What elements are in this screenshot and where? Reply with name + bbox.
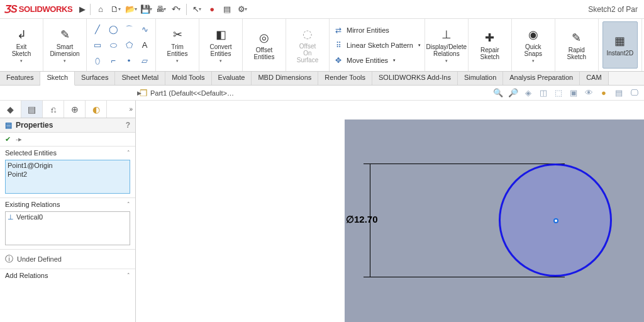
- graphics-area[interactable]: ∅12.70: [136, 101, 644, 322]
- property-manager-panel: ◆ ▤ ⎌ ⊕ ◐ » ▤ Properties ? ✔ -▸ Selected…: [0, 101, 136, 322]
- chevron-up-icon: ˄: [127, 201, 130, 208]
- tab-mbd-dimensions[interactable]: MBD Dimensions: [252, 72, 318, 85]
- tab-analysis-preparation[interactable]: Analysis Preparation: [503, 72, 580, 85]
- polygon-tool-icon[interactable]: ⬠: [122, 38, 136, 52]
- property-title: Properties: [16, 121, 53, 130]
- plane-tool-icon[interactable]: ▱: [138, 54, 152, 68]
- linear-pattern-button[interactable]: ⠿Linear Sketch Pattern▾: [333, 38, 421, 52]
- feature-manager-tab[interactable]: ◆: [0, 101, 21, 118]
- tab-surfaces[interactable]: Surfaces: [75, 72, 115, 85]
- trim-entities-button[interactable]: ✂TrimEntities▾: [160, 21, 195, 69]
- fillet-tool-icon[interactable]: ⌐: [106, 54, 120, 68]
- model-face[interactable]: ∅12.70: [345, 119, 644, 322]
- add-relations-header[interactable]: Add Relations˄: [0, 269, 135, 280]
- quick-snaps-button[interactable]: ◉QuickSnaps▾: [516, 21, 551, 69]
- snap-icon: ◉: [526, 27, 541, 42]
- linear-pattern-icon: ⠿: [333, 40, 343, 50]
- view-settings-icon[interactable]: 🖵: [628, 87, 640, 99]
- rectangle-tool-icon[interactable]: ▭: [91, 38, 104, 52]
- undo-icon[interactable]: ↶▾: [170, 3, 182, 16]
- display-manager-tab[interactable]: ◐: [86, 101, 107, 118]
- property-header-icon: ▤: [5, 121, 12, 130]
- text-tool-icon[interactable]: A: [138, 38, 152, 52]
- apply-scene-icon[interactable]: ▤: [613, 87, 625, 99]
- pin-button[interactable]: -▸: [16, 135, 22, 143]
- ok-button[interactable]: ✔: [5, 135, 11, 143]
- rapid-sketch-button[interactable]: ✎RapidSketch: [559, 21, 594, 69]
- exit-sketch-button[interactable]: ↲ExitSketch▾: [4, 21, 39, 69]
- line-tool-icon[interactable]: ╱: [91, 23, 104, 36]
- panel-overflow-icon[interactable]: »: [107, 101, 135, 118]
- selected-entities-list[interactable]: Point1@OriginPoint2: [5, 160, 130, 194]
- mirror-icon: ⇄: [333, 25, 343, 35]
- zoom-area-icon[interactable]: 🔎: [507, 87, 519, 99]
- home-icon[interactable]: ⌂: [94, 3, 107, 16]
- expand-menu-icon[interactable]: ▶: [76, 3, 89, 16]
- circle-tool-icon[interactable]: ◯: [106, 23, 120, 36]
- tab-solidworks-add-ins[interactable]: SOLIDWORKS Add-Ins: [372, 72, 458, 85]
- circle-center-point[interactable]: [553, 218, 558, 223]
- convert-entities-button[interactable]: ◧ConvertEntities▾: [203, 21, 238, 69]
- chevron-up-icon: ˄: [127, 150, 130, 156]
- tab-evaluate[interactable]: Evaluate: [212, 72, 252, 85]
- breadcrumb-text[interactable]: Part1 (Default<<Default>…: [150, 89, 234, 97]
- print-icon[interactable]: 🖶▾: [155, 3, 167, 16]
- title-bar: ƷS SOLIDWORKS ▶ ⌂ 🗋▾ 📂▾ 💾▾ 🖶▾ ↶▾ ↖▾ ● ▤ …: [0, 0, 644, 19]
- tab-simulation[interactable]: Simulation: [458, 72, 503, 85]
- repair-sketch-button[interactable]: ✚RepairSketch: [472, 21, 508, 69]
- display-style-icon[interactable]: ▣: [567, 87, 580, 99]
- options-gear-icon[interactable]: ⚙▾: [236, 3, 248, 16]
- offset-entities-button[interactable]: ◎OffsetEntities: [247, 21, 282, 69]
- tab-mold-tools[interactable]: Mold Tools: [165, 72, 211, 85]
- slot-tool-icon[interactable]: ⬭: [106, 38, 120, 52]
- tab-cam[interactable]: CAM: [580, 72, 608, 85]
- arc-tool-icon[interactable]: ⌒: [122, 23, 136, 36]
- view-orientation-icon[interactable]: ⬚: [552, 87, 565, 99]
- breadcrumb-arrow-icon[interactable]: ▶: [137, 90, 142, 96]
- edit-appearance-icon[interactable]: ●: [597, 87, 610, 99]
- tab-features[interactable]: Features: [0, 72, 40, 85]
- trim-icon: ✂: [170, 27, 185, 42]
- existing-relations-list[interactable]: ⊥Vertical0: [5, 211, 130, 245]
- move-entities-button[interactable]: ✥Move Entities▾: [333, 53, 421, 67]
- definition-status: ⓘ Under Defined: [0, 249, 135, 269]
- status-text: Under Defined: [17, 255, 62, 263]
- info-icon: ⓘ: [5, 253, 13, 265]
- ds-logo-icon: ƷS: [4, 3, 18, 15]
- repair-icon: ✚: [482, 30, 497, 45]
- mirror-entities-button[interactable]: ⇄Mirror Entities: [333, 23, 421, 37]
- list-item[interactable]: ⊥Vertical0: [8, 213, 128, 222]
- list-item[interactable]: Point2: [8, 170, 128, 179]
- spline-tool-icon[interactable]: ∿: [138, 23, 152, 36]
- offset-on-surface-button: ◌OffsetOnSurface: [290, 21, 325, 69]
- dimension-label[interactable]: ∅12.70: [346, 214, 378, 225]
- selected-entities-header[interactable]: Selected Entities˄: [0, 146, 135, 158]
- ellipse-tool-icon[interactable]: ⬯: [91, 54, 104, 68]
- instant2d-button[interactable]: ▦Instant2D: [602, 21, 638, 69]
- tab-sheet-metal[interactable]: Sheet Metal: [115, 72, 165, 85]
- tab-render-tools[interactable]: Render Tools: [318, 72, 372, 85]
- zoom-fit-icon[interactable]: 🔍: [492, 87, 504, 99]
- smart-dimension-button[interactable]: ✎SmartDimension▾: [47, 21, 82, 69]
- section-view-icon[interactable]: ◫: [537, 87, 550, 99]
- save-icon[interactable]: 💾▾: [140, 3, 152, 16]
- dimxpert-manager-tab[interactable]: ⊕: [64, 101, 86, 118]
- options-list-icon[interactable]: ▤: [221, 3, 233, 16]
- previous-view-icon[interactable]: ◈: [522, 87, 535, 99]
- list-item[interactable]: Point1@Origin: [8, 162, 128, 170]
- confirmation-bar: ✔ -▸: [0, 133, 135, 146]
- hide-show-icon[interactable]: 👁: [582, 87, 595, 99]
- rebuild-icon[interactable]: ●: [206, 3, 218, 16]
- point-tool-icon[interactable]: •: [122, 54, 136, 68]
- configuration-manager-tab[interactable]: ⎌: [43, 101, 64, 118]
- instant2d-icon: ▦: [613, 33, 628, 48]
- new-file-icon[interactable]: 🗋▾: [109, 3, 122, 16]
- open-file-icon[interactable]: 📂▾: [125, 3, 137, 16]
- property-manager-tab[interactable]: ▤: [21, 101, 43, 118]
- select-cursor-icon[interactable]: ↖▾: [191, 3, 203, 16]
- exit-sketch-icon: ↲: [14, 27, 29, 42]
- existing-relations-header[interactable]: Existing Relations˄: [0, 197, 135, 209]
- tab-sketch[interactable]: Sketch: [40, 72, 75, 86]
- display-delete-relations-button[interactable]: ⊥Display/DeleteRelations▾: [429, 21, 464, 69]
- help-icon[interactable]: ?: [126, 121, 130, 130]
